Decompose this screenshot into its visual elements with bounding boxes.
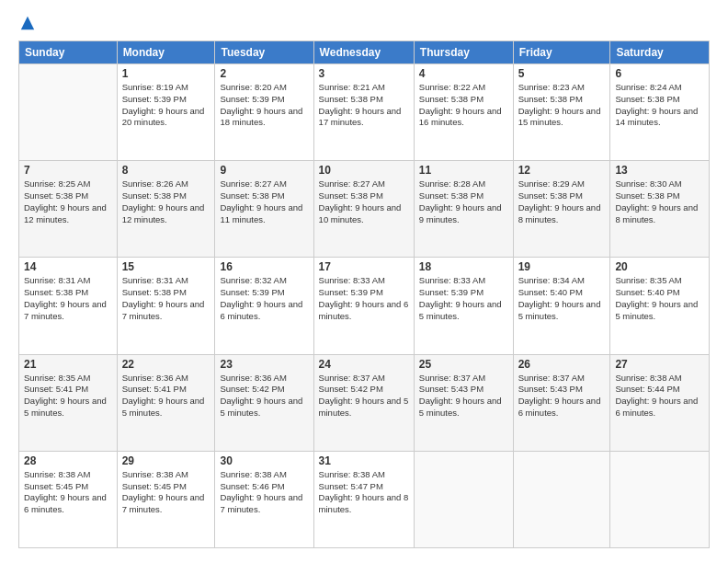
calendar-cell: 3Sunrise: 8:21 AM Sunset: 5:38 PM Daylig…: [313, 64, 414, 161]
day-number: 19: [518, 260, 606, 273]
day-info: Sunrise: 8:36 AM Sunset: 5:41 PM Dayligh…: [122, 373, 210, 419]
calendar-cell: 16Sunrise: 8:32 AM Sunset: 5:39 PM Dayli…: [215, 258, 313, 354]
calendar-cell: 2Sunrise: 8:20 AM Sunset: 5:39 PM Daylig…: [215, 64, 313, 161]
week-row-1: 1Sunrise: 8:19 AM Sunset: 5:39 PM Daylig…: [19, 64, 710, 161]
week-row-3: 14Sunrise: 8:31 AM Sunset: 5:38 PM Dayli…: [19, 258, 710, 354]
day-number: 21: [24, 358, 112, 371]
calendar-cell: 1Sunrise: 8:19 AM Sunset: 5:39 PM Daylig…: [117, 64, 215, 161]
day-info: Sunrise: 8:31 AM Sunset: 5:38 PM Dayligh…: [24, 275, 112, 322]
day-info: Sunrise: 8:19 AM Sunset: 5:39 PM Dayligh…: [122, 82, 210, 129]
day-info: Sunrise: 8:32 AM Sunset: 5:39 PM Dayligh…: [220, 275, 308, 322]
day-info: Sunrise: 8:24 AM Sunset: 5:38 PM Dayligh…: [615, 82, 704, 129]
day-info: Sunrise: 8:33 AM Sunset: 5:39 PM Dayligh…: [419, 275, 508, 322]
calendar-cell: 20Sunrise: 8:35 AM Sunset: 5:40 PM Dayli…: [610, 258, 710, 354]
day-number: 28: [24, 454, 112, 467]
week-row-5: 28Sunrise: 8:38 AM Sunset: 5:45 PM Dayli…: [19, 451, 710, 547]
day-number: 29: [122, 454, 210, 467]
day-number: 4: [419, 67, 508, 80]
calendar-cell: 31Sunrise: 8:38 AM Sunset: 5:47 PM Dayli…: [313, 451, 414, 547]
calendar-cell: 27Sunrise: 8:38 AM Sunset: 5:44 PM Dayli…: [610, 354, 710, 451]
day-number: 17: [319, 260, 409, 273]
day-info: Sunrise: 8:36 AM Sunset: 5:42 PM Dayligh…: [220, 373, 308, 419]
day-info: Sunrise: 8:21 AM Sunset: 5:38 PM Dayligh…: [319, 82, 409, 129]
day-number: 30: [220, 454, 308, 467]
weekday-header-friday: Friday: [513, 41, 610, 64]
calendar-cell: 8Sunrise: 8:26 AM Sunset: 5:38 PM Daylig…: [117, 161, 215, 258]
day-info: Sunrise: 8:23 AM Sunset: 5:38 PM Dayligh…: [518, 82, 606, 129]
day-info: Sunrise: 8:34 AM Sunset: 5:40 PM Dayligh…: [518, 275, 606, 322]
calendar-cell: 15Sunrise: 8:31 AM Sunset: 5:38 PM Dayli…: [117, 258, 215, 354]
day-number: 13: [615, 164, 704, 177]
day-number: 26: [518, 358, 606, 371]
day-number: 2: [220, 67, 308, 80]
day-number: 1: [122, 67, 210, 80]
day-info: Sunrise: 8:27 AM Sunset: 5:38 PM Dayligh…: [319, 178, 409, 225]
day-number: 20: [615, 260, 704, 273]
day-number: 14: [24, 260, 112, 273]
calendar-cell: 7Sunrise: 8:25 AM Sunset: 5:38 PM Daylig…: [19, 161, 118, 258]
day-number: 9: [220, 164, 308, 177]
calendar-cell: 12Sunrise: 8:29 AM Sunset: 5:38 PM Dayli…: [513, 161, 610, 258]
header: [18, 15, 710, 31]
calendar-cell: [19, 64, 118, 161]
day-info: Sunrise: 8:22 AM Sunset: 5:38 PM Dayligh…: [419, 82, 508, 129]
day-info: Sunrise: 8:20 AM Sunset: 5:39 PM Dayligh…: [220, 82, 308, 129]
calendar-cell: 24Sunrise: 8:37 AM Sunset: 5:42 PM Dayli…: [313, 354, 414, 451]
day-number: 7: [24, 164, 112, 177]
page: SundayMondayTuesdayWednesdayThursdayFrid…: [0, 0, 728, 563]
weekday-header-row: SundayMondayTuesdayWednesdayThursdayFrid…: [19, 41, 710, 64]
logo-icon: [19, 15, 36, 31]
day-info: Sunrise: 8:35 AM Sunset: 5:41 PM Dayligh…: [24, 373, 112, 419]
calendar-cell: 5Sunrise: 8:23 AM Sunset: 5:38 PM Daylig…: [513, 64, 610, 161]
day-info: Sunrise: 8:27 AM Sunset: 5:38 PM Dayligh…: [220, 178, 308, 225]
logo: [18, 15, 38, 31]
day-number: 23: [220, 358, 308, 371]
calendar-cell: 21Sunrise: 8:35 AM Sunset: 5:41 PM Dayli…: [19, 354, 118, 451]
day-info: Sunrise: 8:37 AM Sunset: 5:42 PM Dayligh…: [319, 373, 409, 419]
day-number: 3: [319, 67, 409, 80]
day-number: 11: [419, 164, 508, 177]
day-number: 6: [615, 67, 704, 80]
week-row-4: 21Sunrise: 8:35 AM Sunset: 5:41 PM Dayli…: [19, 354, 710, 451]
day-number: 27: [615, 358, 704, 371]
day-info: Sunrise: 8:29 AM Sunset: 5:38 PM Dayligh…: [518, 178, 606, 225]
day-info: Sunrise: 8:38 AM Sunset: 5:46 PM Dayligh…: [220, 469, 308, 516]
calendar-cell: [414, 451, 513, 547]
svg-marker-0: [21, 17, 34, 29]
weekday-header-monday: Monday: [117, 41, 215, 64]
week-row-2: 7Sunrise: 8:25 AM Sunset: 5:38 PM Daylig…: [19, 161, 710, 258]
calendar-cell: 10Sunrise: 8:27 AM Sunset: 5:38 PM Dayli…: [313, 161, 414, 258]
calendar-cell: [513, 451, 610, 547]
day-number: 22: [122, 358, 210, 371]
day-number: 12: [518, 164, 606, 177]
day-info: Sunrise: 8:38 AM Sunset: 5:45 PM Dayligh…: [24, 469, 112, 516]
calendar-cell: 6Sunrise: 8:24 AM Sunset: 5:38 PM Daylig…: [610, 64, 710, 161]
weekday-header-saturday: Saturday: [610, 41, 710, 64]
day-number: 5: [518, 67, 606, 80]
calendar-cell: 28Sunrise: 8:38 AM Sunset: 5:45 PM Dayli…: [19, 451, 118, 547]
day-info: Sunrise: 8:25 AM Sunset: 5:38 PM Dayligh…: [24, 178, 112, 225]
calendar-table: SundayMondayTuesdayWednesdayThursdayFrid…: [18, 40, 710, 548]
calendar-cell: 18Sunrise: 8:33 AM Sunset: 5:39 PM Dayli…: [414, 258, 513, 354]
day-number: 15: [122, 260, 210, 273]
calendar-cell: 9Sunrise: 8:27 AM Sunset: 5:38 PM Daylig…: [215, 161, 313, 258]
calendar-cell: 11Sunrise: 8:28 AM Sunset: 5:38 PM Dayli…: [414, 161, 513, 258]
calendar-cell: 14Sunrise: 8:31 AM Sunset: 5:38 PM Dayli…: [19, 258, 118, 354]
day-number: 18: [419, 260, 508, 273]
calendar-cell: [610, 451, 710, 547]
calendar-cell: 4Sunrise: 8:22 AM Sunset: 5:38 PM Daylig…: [414, 64, 513, 161]
day-info: Sunrise: 8:30 AM Sunset: 5:38 PM Dayligh…: [615, 178, 704, 225]
calendar-cell: 19Sunrise: 8:34 AM Sunset: 5:40 PM Dayli…: [513, 258, 610, 354]
day-info: Sunrise: 8:38 AM Sunset: 5:44 PM Dayligh…: [615, 373, 704, 419]
day-info: Sunrise: 8:38 AM Sunset: 5:45 PM Dayligh…: [122, 469, 210, 516]
day-number: 25: [419, 358, 508, 371]
calendar-cell: 25Sunrise: 8:37 AM Sunset: 5:43 PM Dayli…: [414, 354, 513, 451]
calendar-cell: 26Sunrise: 8:37 AM Sunset: 5:43 PM Dayli…: [513, 354, 610, 451]
day-info: Sunrise: 8:26 AM Sunset: 5:38 PM Dayligh…: [122, 178, 210, 225]
weekday-header-sunday: Sunday: [19, 41, 118, 64]
weekday-header-tuesday: Tuesday: [215, 41, 313, 64]
weekday-header-wednesday: Wednesday: [313, 41, 414, 64]
calendar-cell: 29Sunrise: 8:38 AM Sunset: 5:45 PM Dayli…: [117, 451, 215, 547]
calendar-cell: 23Sunrise: 8:36 AM Sunset: 5:42 PM Dayli…: [215, 354, 313, 451]
day-number: 10: [319, 164, 409, 177]
